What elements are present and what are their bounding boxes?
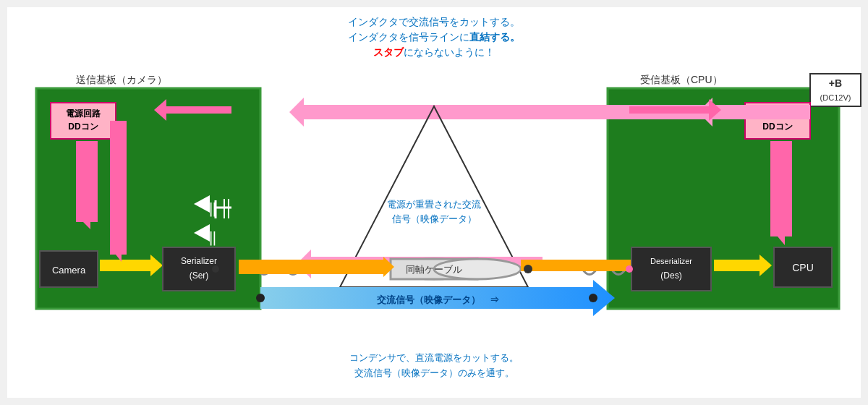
top-line1: インダクタで交流信号をカットする。 [348, 16, 520, 27]
left-power-label1: 電源回路 [66, 108, 101, 119]
top-line2-bold: 直結する。 [469, 31, 520, 43]
diagram-wrapper: 送信基板（カメラ） 受信基板（CPU） +B (DC12V) 電源回路 DDコン… [22, 63, 846, 345]
dot-right-pink [626, 265, 633, 273]
left-pink-down2 [110, 121, 127, 262]
signal-label2: 信号（映像データ） [392, 213, 477, 224]
top-line2-normal: インダクタを信号ラインに [348, 31, 469, 43]
left-vertical-pink-arrow [76, 141, 98, 229]
diagram-svg: 送信基板（カメラ） 受信基板（CPU） +B (DC12V) 電源回路 DDコン… [22, 63, 846, 345]
bottom-annotation: コンデンサで、直流電源をカットする。 交流信号（映像データ）のみを通す。 [349, 351, 519, 381]
ser-label2: (Ser) [190, 270, 209, 281]
des-label1: Deserializer [650, 257, 692, 265]
ser-to-coax-arrow [239, 257, 394, 277]
right-cap-bottom: ‖ [524, 229, 533, 246]
serializer-box [163, 247, 235, 291]
left-board-label: 送信基板（カメラ） [76, 74, 167, 85]
bottom-line2: 交流信号（映像データ）のみを通す。 [354, 367, 514, 378]
ser-label1: Serializer [181, 256, 217, 266]
dot-left-wire [212, 265, 219, 273]
right-vertical-pink-arrow [770, 141, 792, 245]
right-cap-top: ‖ [524, 200, 533, 217]
coax-label: 同軸ケーブル [406, 264, 462, 275]
signal-label1: 電源が重畳された交流 [387, 199, 481, 210]
camera-label: Camera [52, 265, 86, 276]
ac-arrow-label: 交流信号（映像データ） ⇒ [377, 294, 499, 305]
plus-b-label2: (DC12V) [820, 93, 851, 102]
right-board-label: 受信基板（CPU） [640, 74, 723, 85]
right-power-label2: DDコン [762, 122, 792, 132]
plus-b-label1: +B [829, 77, 842, 89]
cpu-label: CPU [792, 262, 814, 273]
outer-container: インダクタで交流信号をカットする。 インダクタを信号ラインに直結する。 スタブに… [7, 7, 861, 398]
dot-right-wire [524, 265, 532, 273]
top-annotation: インダクタで交流信号をカットする。 インダクタを信号ラインに直結する。 スタブに… [348, 14, 520, 60]
deserializer-box [631, 247, 711, 291]
des-label2: (Des) [660, 270, 681, 281]
top-line3-suffix: にならないように！ [404, 46, 495, 58]
top-line3-stub: スタブ [373, 46, 404, 58]
dot-ac-right [589, 294, 597, 302]
bottom-line1: コンデンサで、直流電源をカットする。 [349, 352, 519, 363]
left-power-label2: DDコン [68, 122, 98, 132]
dot-ac-left [256, 294, 265, 302]
